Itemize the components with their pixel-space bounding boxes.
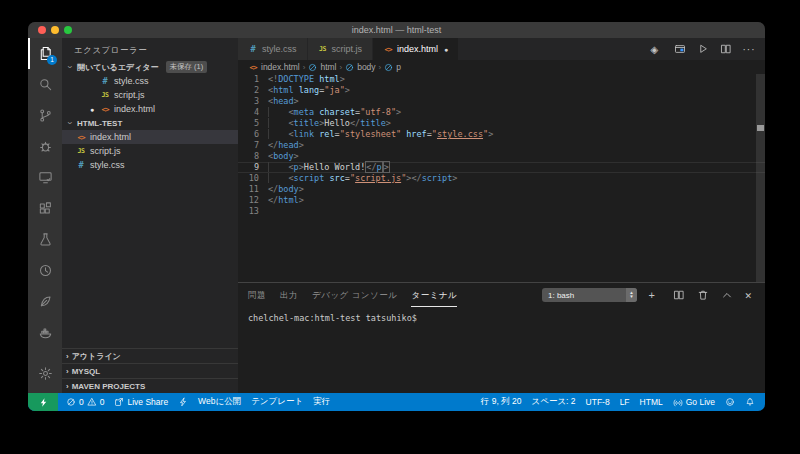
activity-item-browser-preview[interactable] (28, 162, 62, 193)
code-line: 2<html lang="ja"> (238, 85, 765, 96)
sidebar-section-MYSQL[interactable]: ›MYSQL (62, 363, 238, 378)
activity-item-extensions[interactable] (28, 193, 62, 224)
status-cursor-position[interactable]: 行 9, 列 20 (476, 393, 527, 411)
bottom-panel: 問題出力デバッグ コンソールターミナル 1: bash ▲▼ +✕ chelch… (238, 282, 765, 393)
sidebar-section-アウトライン[interactable]: ›アウトライン (62, 348, 238, 363)
tab-script.js[interactable]: JSscript.js (308, 38, 374, 60)
terminal[interactable]: chelchel-mac:html-test tatsuhiko$ (238, 307, 765, 393)
code-text: </html> (268, 195, 304, 206)
open-editor-item[interactable]: JSscript.js (62, 88, 238, 102)
split-editor-button[interactable] (719, 43, 732, 56)
split-editor-icon (720, 43, 732, 55)
code-text: <title>Hello</title> (268, 118, 391, 129)
tab-index.html[interactable]: <>index.html● (373, 38, 459, 60)
status-live-share[interactable]: Live Share (109, 393, 173, 411)
breadcrumb-item-body[interactable]: body (345, 62, 375, 72)
panel-tab-problems[interactable]: 問題 (248, 283, 266, 307)
open-editors-header[interactable]: ›開いているエディター未保存 (1) (62, 60, 238, 74)
activity-item-settings[interactable] (28, 358, 62, 389)
activity-item-test[interactable] (28, 224, 62, 255)
editor-scrollbar[interactable] (756, 74, 765, 282)
file-tree-item[interactable]: <>index.html (62, 130, 238, 144)
smiley-icon (725, 397, 735, 407)
format-document-button[interactable]: ◈ (650, 43, 663, 56)
open-preview-button[interactable] (673, 43, 686, 56)
activity-item-feather[interactable] (28, 286, 62, 317)
chevron-down-icon: › (65, 63, 75, 71)
status-publish-to-web[interactable]: Webに公開 (193, 393, 246, 411)
status-go-live[interactable]: Go Live (668, 393, 720, 411)
status-label: UTF-8 (586, 397, 610, 407)
docker-icon (38, 325, 53, 340)
status-indentation[interactable]: スペース: 2 (526, 393, 580, 411)
open-editor-item[interactable]: ●<>index.html (62, 102, 238, 116)
feather-icon (38, 294, 53, 309)
search-icon (38, 77, 53, 92)
folder-header[interactable]: ›HTML-TEST (62, 116, 238, 130)
file-tree-item[interactable]: #style.css (62, 158, 238, 172)
status-eol-sequence[interactable]: LF (615, 393, 635, 411)
beaker-icon (38, 232, 53, 247)
status-thunder[interactable] (173, 393, 193, 411)
activity-item-live-server[interactable] (28, 255, 62, 286)
activity-item-search[interactable] (28, 69, 62, 100)
status-problems-status[interactable]: 00 (61, 393, 109, 411)
more-actions-button[interactable]: ··· (742, 43, 755, 56)
code-text: </body> (268, 184, 304, 195)
panel-tab-terminal[interactable]: ターミナル (411, 283, 457, 307)
error-icon (66, 397, 76, 407)
status-feedback[interactable] (720, 393, 740, 411)
file-tree-item[interactable]: JSscript.js (62, 144, 238, 158)
remote-preview-icon (38, 170, 53, 185)
status-notifications[interactable] (740, 393, 760, 411)
sidebar-section-MAVEN PROJECTS[interactable]: ›MAVEN PROJECTS (62, 378, 238, 393)
terminal-select[interactable]: 1: bash ▲▼ (542, 288, 637, 302)
kill-terminal-button[interactable] (696, 289, 709, 302)
status-language-mode[interactable]: HTML (635, 393, 668, 411)
activity-item-docker[interactable] (28, 317, 62, 348)
js-file-icon: JS (318, 45, 328, 53)
panel-tab-debug-console[interactable]: デバッグ コンソール (312, 283, 397, 307)
activity-item-explorer[interactable]: 1 (28, 38, 62, 69)
status-label: Live Share (127, 397, 168, 407)
code-editor[interactable]: 1<!DOCTYPE html>2<html lang="ja">3<head>… (238, 74, 765, 282)
terminal-prompt: chelchel-mac:html-test tatsuhiko$ (248, 313, 417, 323)
maximize-panel-button[interactable] (720, 289, 733, 302)
breadcrumb-item-html[interactable]: html (308, 62, 336, 72)
code-line: 5 <title>Hello</title> (238, 118, 765, 129)
code-line: 9 <p>Hello World!</p> (238, 162, 765, 173)
line-number: 8 (238, 151, 268, 162)
remote-indicator[interactable] (28, 393, 58, 411)
tab-label: index.html (397, 44, 438, 54)
open-editor-item[interactable]: #style.css (62, 74, 238, 88)
new-terminal-button[interactable]: + (648, 289, 661, 302)
bolt-icon (178, 397, 188, 407)
title-bar[interactable]: index.html — html-test (28, 22, 765, 38)
panel-tab-output[interactable]: 出力 (280, 283, 298, 307)
activity-item-source-control[interactable] (28, 100, 62, 131)
breadcrumb-label: p (396, 62, 401, 72)
breadcrumb-item-index.html[interactable]: <>index.html (248, 62, 300, 72)
activity-item-debug[interactable] (28, 131, 62, 162)
code-line: 3<head> (238, 96, 765, 107)
status-encoding[interactable]: UTF-8 (581, 393, 615, 411)
section-label: MAVEN PROJECTS (72, 382, 146, 391)
tab-style.css[interactable]: #style.css (238, 38, 308, 60)
open-preview-icon (674, 43, 686, 55)
code-text: <!DOCTYPE html> (268, 74, 345, 85)
plus-icon: + (649, 289, 661, 301)
status-template[interactable]: テンプレート (246, 393, 308, 411)
run-file-button[interactable] (696, 43, 709, 56)
status-run-task[interactable]: 実行 (308, 393, 335, 411)
code-text: <body> (268, 151, 299, 162)
close-panel-button[interactable]: ✕ (744, 289, 757, 302)
code-line: 4 <meta charset="utf-8"> (238, 107, 765, 118)
line-number: 3 (238, 96, 268, 107)
split-terminal-button[interactable] (672, 289, 685, 302)
html-file-icon: <> (76, 133, 86, 142)
breadcrumb[interactable]: <>index.html›html›body›p (238, 60, 765, 74)
breadcrumb-item-p[interactable]: p (384, 62, 401, 72)
bell-icon (745, 397, 755, 407)
file-name: style.css (114, 76, 149, 86)
symbol (308, 63, 317, 72)
